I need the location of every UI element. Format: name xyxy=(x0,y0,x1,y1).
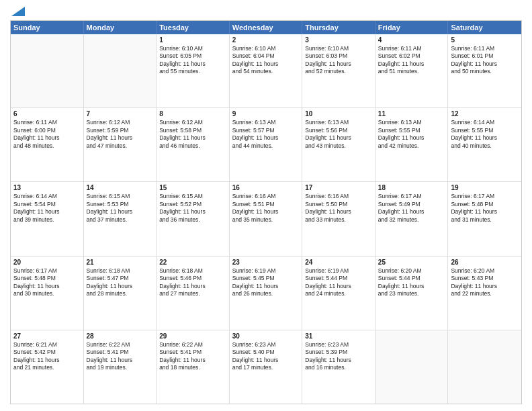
day-number: 14 xyxy=(87,184,154,191)
cell-info-line: Sunset: 5:49 PM xyxy=(378,201,445,208)
day-cell-6: 6Sunrise: 6:11 AMSunset: 6:00 PMDaylight… xyxy=(11,108,84,181)
cell-info-line: and 48 minutes. xyxy=(13,142,81,150)
cell-info-line: and 52 minutes. xyxy=(305,68,372,75)
day-number: 9 xyxy=(232,110,300,118)
day-number: 21 xyxy=(87,259,154,266)
day-cell-12: 12Sunrise: 6:14 AMSunset: 5:55 PMDayligh… xyxy=(448,108,521,181)
day-cell-13: 13Sunrise: 6:14 AMSunset: 5:54 PMDayligh… xyxy=(11,182,84,255)
cell-info-line: Daylight: 11 hours xyxy=(159,283,226,290)
cell-info-line: Sunset: 5:47 PM xyxy=(87,275,154,282)
day-cell-16: 16Sunrise: 6:16 AMSunset: 5:51 PMDayligh… xyxy=(230,182,303,255)
day-cell-15: 15Sunrise: 6:15 AMSunset: 5:52 PMDayligh… xyxy=(157,182,230,255)
cell-info-line: Sunrise: 6:11 AM xyxy=(13,119,81,126)
day-number: 6 xyxy=(13,110,81,118)
cell-info-line: Sunrise: 6:13 AM xyxy=(305,119,372,126)
cell-info-line: Daylight: 11 hours xyxy=(378,60,445,68)
cell-info-line: and 17 minutes. xyxy=(232,364,300,371)
cell-info-line: Sunrise: 6:23 AM xyxy=(305,341,372,349)
day-number: 18 xyxy=(378,184,445,191)
day-number: 10 xyxy=(305,110,372,118)
svg-marker-0 xyxy=(11,7,25,16)
day-number: 1 xyxy=(159,36,226,44)
cell-info-line: Daylight: 11 hours xyxy=(305,208,372,216)
cell-info-line: Daylight: 11 hours xyxy=(232,283,300,290)
weekday-header-sunday: Sunday xyxy=(11,21,84,34)
day-number: 15 xyxy=(159,184,226,191)
day-number: 25 xyxy=(378,259,445,266)
calendar-row-1: 6Sunrise: 6:11 AMSunset: 6:00 PMDaylight… xyxy=(11,108,521,182)
cell-info-line: Sunrise: 6:19 AM xyxy=(305,267,372,275)
cell-info-line: and 26 minutes. xyxy=(232,290,300,298)
cell-info-line: Sunrise: 6:16 AM xyxy=(305,193,372,200)
cell-info-line: Sunset: 5:42 PM xyxy=(13,349,81,356)
cell-info-line: Sunset: 6:01 PM xyxy=(451,52,519,60)
day-number: 23 xyxy=(232,259,300,266)
cell-info-line: Daylight: 11 hours xyxy=(87,134,154,142)
cell-info-line: and 40 minutes. xyxy=(451,142,519,150)
day-number: 16 xyxy=(232,184,300,191)
cell-info-line: Sunset: 5:44 PM xyxy=(305,275,372,282)
cell-info-line: and 37 minutes. xyxy=(87,216,154,224)
day-cell-3: 3Sunrise: 6:10 AMSunset: 6:03 PMDaylight… xyxy=(302,34,375,107)
cell-info-line: Daylight: 11 hours xyxy=(232,208,300,216)
calendar: SundayMondayTuesdayWednesdayThursdayFrid… xyxy=(10,20,522,404)
day-cell-7: 7Sunrise: 6:12 AMSunset: 5:59 PMDaylight… xyxy=(84,108,157,181)
cell-info-line: Daylight: 11 hours xyxy=(451,283,519,290)
cell-info-line: Sunrise: 6:18 AM xyxy=(159,267,226,275)
cell-info-line: Sunrise: 6:22 AM xyxy=(159,341,226,349)
day-number: 20 xyxy=(13,259,81,266)
empty-cell-4-5 xyxy=(375,330,449,404)
cell-info-line: Sunrise: 6:17 AM xyxy=(451,193,519,200)
logo xyxy=(10,7,25,16)
cell-info-line: Sunset: 5:40 PM xyxy=(232,349,300,356)
cell-info-line: Sunrise: 6:19 AM xyxy=(232,267,300,275)
cell-info-line: Sunrise: 6:12 AM xyxy=(87,119,154,126)
weekday-header-wednesday: Wednesday xyxy=(230,21,303,34)
cell-info-line: Sunset: 5:55 PM xyxy=(378,127,445,134)
cell-info-line: Daylight: 11 hours xyxy=(451,134,519,142)
day-cell-27: 27Sunrise: 6:21 AMSunset: 5:42 PMDayligh… xyxy=(11,330,84,404)
cell-info-line: and 54 minutes. xyxy=(232,68,300,75)
day-number: 12 xyxy=(451,110,519,118)
cell-info-line: Sunset: 5:41 PM xyxy=(87,349,154,356)
day-number: 7 xyxy=(87,110,154,118)
calendar-row-2: 13Sunrise: 6:14 AMSunset: 5:54 PMDayligh… xyxy=(11,182,521,256)
calendar-row-3: 20Sunrise: 6:17 AMSunset: 5:48 PMDayligh… xyxy=(11,257,521,330)
cell-info-line: Sunset: 5:59 PM xyxy=(87,127,154,134)
cell-info-line: Sunset: 5:48 PM xyxy=(451,201,519,208)
cell-info-line: and 28 minutes. xyxy=(87,290,154,298)
cell-info-line: and 16 minutes. xyxy=(305,364,372,371)
day-number: 8 xyxy=(159,110,226,118)
cell-info-line: Daylight: 11 hours xyxy=(305,357,372,364)
cell-info-line: and 18 minutes. xyxy=(159,364,226,371)
cell-info-line: and 21 minutes. xyxy=(13,364,81,371)
day-number: 24 xyxy=(305,259,372,266)
cell-info-line: Daylight: 11 hours xyxy=(232,357,300,364)
cell-info-line: Sunrise: 6:12 AM xyxy=(159,119,226,126)
cell-info-line: Daylight: 11 hours xyxy=(87,357,154,364)
cell-info-line: Sunrise: 6:15 AM xyxy=(87,193,154,200)
cell-info-line: and 23 minutes. xyxy=(378,290,445,298)
day-number: 5 xyxy=(451,36,519,44)
day-number: 13 xyxy=(13,184,81,191)
day-cell-5: 5Sunrise: 6:11 AMSunset: 6:01 PMDaylight… xyxy=(448,34,521,107)
cell-info-line: Sunset: 5:57 PM xyxy=(232,127,300,134)
cell-info-line: and 36 minutes. xyxy=(159,216,226,224)
cell-info-line: and 30 minutes. xyxy=(13,290,81,298)
day-cell-9: 9Sunrise: 6:13 AMSunset: 5:57 PMDaylight… xyxy=(230,108,303,181)
cell-info-line: Daylight: 11 hours xyxy=(378,208,445,216)
cell-info-line: Daylight: 11 hours xyxy=(13,283,81,290)
day-cell-17: 17Sunrise: 6:16 AMSunset: 5:50 PMDayligh… xyxy=(302,182,375,255)
day-number: 29 xyxy=(159,332,226,340)
calendar-row-0: 1Sunrise: 6:10 AMSunset: 6:05 PMDaylight… xyxy=(11,34,521,108)
calendar-row-4: 27Sunrise: 6:21 AMSunset: 5:42 PMDayligh… xyxy=(11,330,521,404)
day-cell-19: 19Sunrise: 6:17 AMSunset: 5:48 PMDayligh… xyxy=(448,182,521,255)
cell-info-line: and 31 minutes. xyxy=(451,216,519,224)
cell-info-line: Daylight: 11 hours xyxy=(159,208,226,216)
day-cell-25: 25Sunrise: 6:20 AMSunset: 5:44 PMDayligh… xyxy=(375,257,449,330)
day-number: 26 xyxy=(451,259,519,266)
cell-info-line: and 50 minutes. xyxy=(451,68,519,75)
cell-info-line: and 51 minutes. xyxy=(378,68,445,75)
cell-info-line: Daylight: 11 hours xyxy=(232,60,300,68)
day-cell-31: 31Sunrise: 6:23 AMSunset: 5:39 PMDayligh… xyxy=(302,330,375,404)
